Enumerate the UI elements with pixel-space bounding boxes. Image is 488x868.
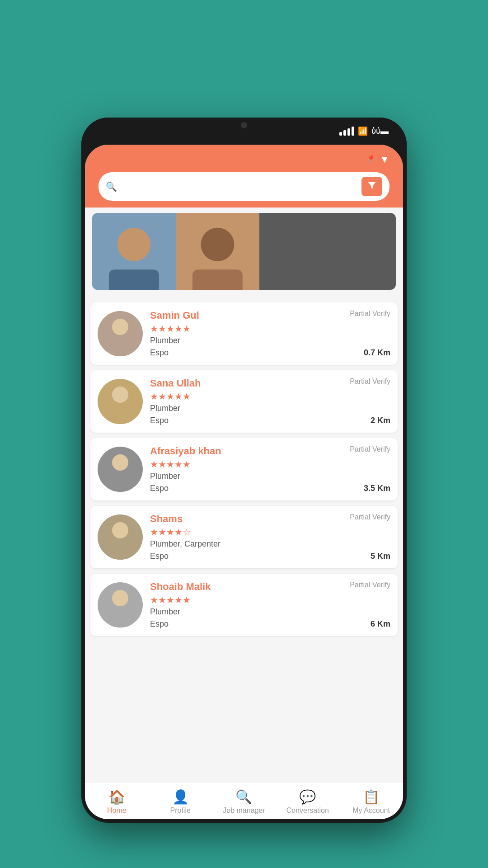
provider-card[interactable]: Sana Ullah Partial Verify ★★★★★ Plumber … xyxy=(90,370,398,433)
promo-banner[interactable] xyxy=(92,213,396,290)
filter-icon xyxy=(367,180,377,190)
provider-stars: ★★★★★ xyxy=(150,459,390,470)
banner-images xyxy=(92,213,259,290)
provider-avatar xyxy=(98,379,143,424)
provider-role: Plumber xyxy=(150,404,390,413)
provider-location: Espo xyxy=(150,619,169,629)
app-header-top: 📍 ▼ xyxy=(99,154,389,165)
provider-stars: ★★★★★ xyxy=(150,391,390,402)
provider-card[interactable]: Shams Partial Verify ★★★★☆ Plumber, Carp… xyxy=(90,506,398,568)
provider-name: Sana Ullah xyxy=(150,377,201,389)
svg-rect-19 xyxy=(108,405,133,424)
provider-card[interactable]: Samin Gul Partial Verify ★★★★★ Plumber E… xyxy=(90,302,398,365)
location-picker[interactable]: 📍 ▼ xyxy=(366,154,389,165)
partial-verify-badge: Partial Verify xyxy=(350,513,390,521)
provider-distance: 5 Km xyxy=(371,552,390,561)
phone-screen: 📍 ▼ 🔍 xyxy=(85,145,403,819)
phone-frame: 📶 ὐ‌‌‌‌‌‌‌‌ὐ‌▬ 📍 ▼ 🔍 xyxy=(81,118,407,823)
provider-avatar xyxy=(98,582,143,627)
provider-location: Espo xyxy=(150,348,169,358)
provider-avatar xyxy=(98,311,143,356)
partial-verify-badge: Partial Verify xyxy=(350,445,390,453)
nav-item-job-manager[interactable]: 🔍 Job manager xyxy=(212,786,276,817)
provider-stars: ★★★★★ xyxy=(150,323,390,334)
provider-role: Plumber xyxy=(150,607,390,617)
svg-rect-27 xyxy=(108,541,133,560)
bottom-nav: 🏠 Home 👤 Profile 🔍 Job manager 💬 Convers… xyxy=(85,782,403,819)
nav-label-1: Profile xyxy=(170,807,191,815)
nav-icon-2: 🔍 xyxy=(235,789,252,805)
provider-location-row: Espo 6 Km xyxy=(150,619,390,629)
provider-name: Shams xyxy=(150,513,183,525)
provider-info-top: Sana Ullah Partial Verify xyxy=(150,377,390,389)
banner-col-2 xyxy=(176,213,259,290)
nav-item-home[interactable]: 🏠 Home xyxy=(85,786,149,817)
svg-point-25 xyxy=(112,522,128,538)
location-pin-icon: 📍 xyxy=(366,155,376,165)
provider-location: Espo xyxy=(150,484,169,493)
nav-label-0: Home xyxy=(107,807,127,815)
filter-button[interactable] xyxy=(361,177,382,196)
svg-point-1 xyxy=(117,228,150,261)
provider-name: Shoaib Malik xyxy=(150,581,211,593)
worker-img-1 xyxy=(92,213,176,290)
wifi-icon: 📶 xyxy=(358,126,368,136)
provider-stars: ★★★★☆ xyxy=(150,527,390,538)
provider-location-row: Espo 0.7 Km xyxy=(150,348,390,358)
app-header: 📍 ▼ 🔍 xyxy=(85,145,403,208)
banner-text-area xyxy=(259,213,396,290)
search-results-label xyxy=(85,295,403,302)
provider-info: Shoaib Malik Partial Verify ★★★★★ Plumbe… xyxy=(150,581,390,629)
nav-item-conversation[interactable]: 💬 Conversation xyxy=(276,786,339,817)
nav-icon-0: 🏠 xyxy=(108,789,125,805)
providers-list: Samin Gul Partial Verify ★★★★★ Plumber E… xyxy=(85,302,403,782)
avatar-svg-3 xyxy=(98,514,143,560)
battery-icon: ὐ‌‌‌‌‌‌‌‌ὐ‌▬ xyxy=(371,126,389,136)
nav-label-4: My Account xyxy=(352,807,390,815)
provider-avatar xyxy=(98,447,143,492)
provider-info: Afrasiyab khan Partial Verify ★★★★★ Plum… xyxy=(150,445,390,493)
svg-rect-23 xyxy=(108,473,133,492)
provider-location-row: Espo 5 Km xyxy=(150,552,390,561)
svg-rect-8 xyxy=(192,269,243,290)
provider-location: Espo xyxy=(150,552,169,561)
nav-item-profile[interactable]: 👤 Profile xyxy=(149,786,212,817)
status-icons: 📶 ὐ‌‌‌‌‌‌‌‌ὐ‌▬ xyxy=(339,126,389,136)
provider-distance: 6 Km xyxy=(371,619,390,629)
provider-info-top: Samin Gul Partial Verify xyxy=(150,310,390,321)
signal-icon xyxy=(339,127,354,136)
provider-info-top: Shoaib Malik Partial Verify xyxy=(150,581,390,593)
provider-info: Sana Ullah Partial Verify ★★★★★ Plumber … xyxy=(150,377,390,425)
nav-item-my-account[interactable]: 📋 My Account xyxy=(339,786,403,817)
nav-label-2: Job manager xyxy=(223,807,265,815)
provider-role: Plumber xyxy=(150,336,390,345)
provider-location-row: Espo 2 Km xyxy=(150,416,390,425)
svg-rect-15 xyxy=(108,337,133,356)
partial-verify-badge: Partial Verify xyxy=(350,581,390,589)
partial-verify-badge: Partial Verify xyxy=(350,310,390,318)
camera-dot xyxy=(241,122,247,128)
provider-info-top: Afrasiyab khan Partial Verify xyxy=(150,445,390,457)
banner-img-3 xyxy=(176,213,259,290)
provider-info: Samin Gul Partial Verify ★★★★★ Plumber E… xyxy=(150,310,390,358)
provider-info: Shams Partial Verify ★★★★☆ Plumber, Carp… xyxy=(150,513,390,561)
provider-name: Samin Gul xyxy=(150,310,199,321)
dropdown-arrow-icon: ▼ xyxy=(380,154,389,165)
provider-distance: 2 Km xyxy=(371,416,390,425)
provider-distance: 3.5 Km xyxy=(364,484,390,493)
partial-verify-badge: Partial Verify xyxy=(350,377,390,386)
provider-stars: ★★★★★ xyxy=(150,594,390,605)
svg-point-7 xyxy=(201,228,234,261)
provider-location: Espo xyxy=(150,416,169,425)
svg-point-21 xyxy=(112,454,128,471)
nav-icon-4: 📋 xyxy=(363,789,380,805)
nav-icon-3: 💬 xyxy=(299,789,316,805)
worker-img-3 xyxy=(176,213,259,290)
search-bar[interactable]: 🔍 xyxy=(99,172,389,201)
avatar-svg-0 xyxy=(98,311,143,356)
provider-card[interactable]: Shoaib Malik Partial Verify ★★★★★ Plumbe… xyxy=(90,574,398,636)
svg-point-17 xyxy=(112,387,128,403)
provider-info-top: Shams Partial Verify xyxy=(150,513,390,525)
svg-point-29 xyxy=(112,590,128,606)
provider-card[interactable]: Afrasiyab khan Partial Verify ★★★★★ Plum… xyxy=(90,438,398,500)
